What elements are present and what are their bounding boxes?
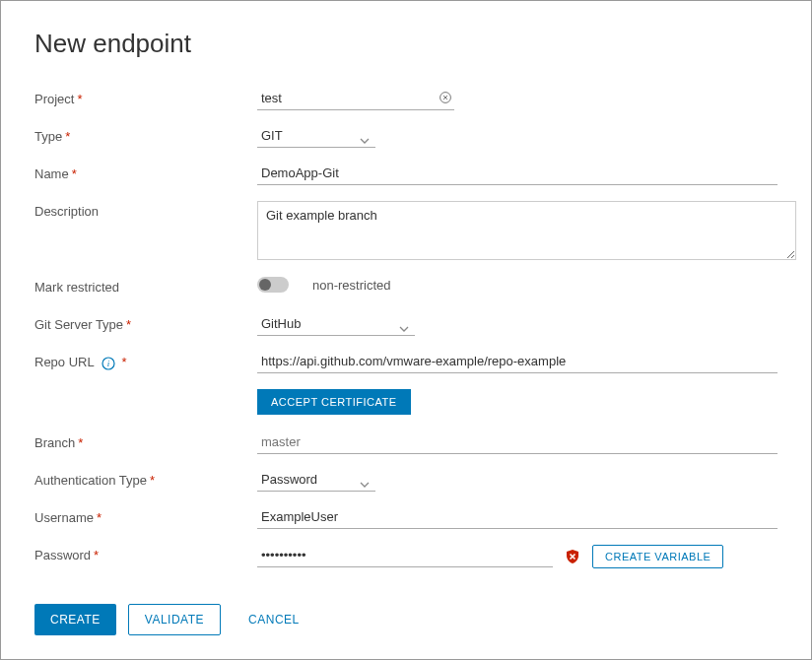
password-input[interactable] bbox=[257, 546, 553, 567]
auth-type-select[interactable] bbox=[257, 470, 375, 492]
restricted-state-label: non-restricted bbox=[312, 278, 390, 293]
info-icon[interactable]: i bbox=[102, 357, 115, 370]
toggle-knob bbox=[259, 279, 271, 291]
name-label: Name* bbox=[34, 164, 257, 181]
required-mark: * bbox=[121, 355, 126, 369]
restricted-row: Mark restricted non-restricted bbox=[34, 277, 778, 300]
svg-text:i: i bbox=[107, 359, 110, 368]
restricted-toggle[interactable] bbox=[257, 277, 289, 293]
project-label: Project* bbox=[34, 89, 257, 106]
required-mark: * bbox=[77, 92, 82, 106]
required-mark: * bbox=[97, 510, 102, 525]
branch-row: Branch* bbox=[34, 432, 778, 456]
type-row: Type* bbox=[34, 126, 778, 150]
required-mark: * bbox=[150, 473, 155, 488]
required-mark: * bbox=[94, 548, 99, 562]
description-label: Description bbox=[34, 201, 257, 219]
auth-type-label: Authentication Type* bbox=[34, 470, 257, 488]
required-mark: * bbox=[72, 166, 77, 181]
password-label: Password* bbox=[34, 545, 257, 562]
project-row: Project* bbox=[34, 89, 778, 112]
auth-type-row: Authentication Type* bbox=[34, 470, 778, 494]
name-row: Name* bbox=[34, 164, 778, 187]
repo-url-label: Repo URL i * bbox=[34, 352, 257, 370]
create-variable-button[interactable]: CREATE VARIABLE bbox=[592, 545, 723, 568]
branch-input[interactable] bbox=[257, 432, 778, 454]
type-label: Type* bbox=[34, 126, 257, 144]
shield-warning-icon bbox=[565, 549, 580, 564]
clear-icon[interactable] bbox=[439, 91, 452, 104]
page-title: New endpoint bbox=[34, 29, 778, 59]
type-select[interactable] bbox=[257, 126, 375, 148]
username-input[interactable] bbox=[257, 507, 778, 529]
branch-label: Branch* bbox=[34, 432, 257, 450]
new-endpoint-dialog: New endpoint Project* Type* bbox=[0, 0, 812, 660]
git-server-type-label: Git Server Type* bbox=[34, 314, 257, 332]
username-label: Username* bbox=[34, 507, 257, 525]
description-row: Description bbox=[34, 201, 778, 263]
accept-certificate-button[interactable]: ACCEPT CERTIFICATE bbox=[257, 389, 411, 415]
create-button[interactable]: CREATE bbox=[34, 604, 116, 635]
name-input[interactable] bbox=[257, 164, 778, 185]
description-textarea[interactable] bbox=[257, 201, 796, 260]
repo-url-input[interactable] bbox=[257, 352, 778, 373]
required-mark: * bbox=[78, 435, 83, 450]
project-input[interactable] bbox=[257, 89, 454, 110]
password-row: Password* CREATE VARIABLE bbox=[34, 545, 778, 568]
git-server-type-select[interactable] bbox=[257, 314, 415, 336]
required-mark: * bbox=[126, 317, 131, 332]
required-mark: * bbox=[65, 129, 70, 144]
cancel-button[interactable]: CANCEL bbox=[233, 604, 315, 635]
repo-url-row: Repo URL i * bbox=[34, 352, 778, 375]
dialog-footer: CREATE VALIDATE CANCEL bbox=[34, 604, 315, 635]
git-server-type-row: Git Server Type* bbox=[34, 314, 778, 338]
username-row: Username* bbox=[34, 507, 778, 531]
validate-button[interactable]: VALIDATE bbox=[128, 604, 221, 635]
restricted-label: Mark restricted bbox=[34, 277, 257, 295]
accept-cert-row: ACCEPT CERTIFICATE bbox=[257, 389, 778, 415]
